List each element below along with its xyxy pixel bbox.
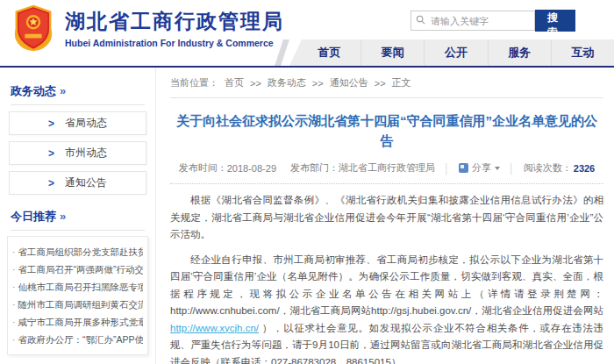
meta-dotted-divider <box>170 183 603 184</box>
breadcrumb-home[interactable]: 首页 <box>225 76 244 89</box>
breadcrumb: 当前位置： 首页 >> 政务动态 >> 通知公告 >> 正文 <box>170 76 603 98</box>
search-button[interactable]: 搜 索 <box>535 10 575 32</box>
breadcrumb-current: 正文 <box>392 76 411 89</box>
sidebar: 政务动态» > 省局动态 > 市州动态 > 通知公告 今日推荐» 省工商局组织部… <box>0 68 156 364</box>
sidebar-item-label: 通知公告 <box>65 175 107 190</box>
publish-time-label: 发布时间： <box>179 161 227 175</box>
list-item[interactable]: 省政府办公厅：“鄂汇办”APP使用... <box>12 331 143 348</box>
search-icon <box>416 15 425 25</box>
search-input-wrap <box>411 11 535 31</box>
header-divider <box>0 66 614 68</box>
nav-item-news[interactable]: 要闻 <box>361 39 425 66</box>
department-label: 发布部门： <box>290 161 339 175</box>
list-item[interactable]: 随州市工商局调研组到黄石交流消费... <box>12 296 143 313</box>
article-paragraph-1: 根据《湖北省合同监督条例》、《湖北省行政机关归集和披露企业信用信息试行办法》的相… <box>170 192 603 244</box>
more-arrows-icon: » <box>60 84 66 97</box>
main-content: 当前位置： 首页 >> 政务动态 >> 通知公告 >> 正文 关于向社会征求拟公… <box>156 68 614 364</box>
page: 湖北省工商行政管理局 Hubei Administration For Indu… <box>0 0 614 364</box>
body: 政务动态» > 省局动态 > 市州动态 > 通知公告 今日推荐» 省工商局组织部… <box>0 68 614 364</box>
search-bar: 搜 索 <box>411 10 575 32</box>
sidebar-item-province-news[interactable]: > 省局动态 <box>9 111 146 135</box>
nav-item-public[interactable]: 公开 <box>425 39 488 66</box>
sidebar-item-city-news[interactable]: > 市州动态 <box>9 141 146 165</box>
sidebar-section-news-title: 政务动态» <box>11 83 145 105</box>
article-paragraph-2: 经企业自行申报、市州工商局初审推荐、省工商局初步核定，拟公示以下企业为湖北省第十… <box>170 252 603 364</box>
site-title: 湖北省工商行政管理局 <box>65 8 284 35</box>
site-brand: 湖北省工商行政管理局 Hubei Administration For Indu… <box>11 4 284 53</box>
read-count-label: 阅读次数： <box>524 161 572 175</box>
caret-down-icon <box>495 167 500 170</box>
share-label: 分享 <box>472 161 491 175</box>
read-count-value: 2326 <box>574 163 595 174</box>
breadcrumb-label: 当前位置： <box>170 76 218 89</box>
chevron-right-icon: > <box>48 146 54 160</box>
nav-item-home[interactable]: 首页 <box>289 39 361 66</box>
meta-divider: │ <box>444 163 450 174</box>
share-icon <box>459 163 468 173</box>
site-subtitle: Hubei Administration For Industry & Comm… <box>65 38 284 48</box>
publish-time-value: 2018-08-29 <box>227 163 276 174</box>
sidebar-section-today-title: 今日推荐» <box>11 209 145 231</box>
sidebar-news-title-text: 政务动态 <box>11 84 56 97</box>
meta-divider: │ <box>509 163 515 174</box>
nav-item-interact[interactable]: 互动 <box>552 39 614 66</box>
main-nav: 首页 要闻 公开 服务 互动 <box>289 39 614 66</box>
xycjh-link[interactable]: http://www.xycjh.cn/ <box>170 323 259 333</box>
site-header: 湖北省工商行政管理局 Hubei Administration For Indu… <box>0 0 614 68</box>
list-item[interactable]: 咸宁市工商局开展多种形式党章党纪... <box>12 313 143 331</box>
breadcrumb-separator: >> <box>312 78 324 89</box>
breadcrumb-notices[interactable]: 通知公告 <box>330 76 368 89</box>
sidebar-item-label: 省局动态 <box>65 116 107 131</box>
breadcrumb-news[interactable]: 政务动态 <box>268 76 306 89</box>
chevron-right-icon: > <box>48 117 54 130</box>
nav-item-service[interactable]: 服务 <box>489 39 552 66</box>
breadcrumb-separator: >> <box>250 78 261 89</box>
share-button[interactable]: 分享 <box>459 161 500 175</box>
sidebar-item-label: 市州动态 <box>65 146 107 161</box>
sidebar-today-title-text: 今日推荐 <box>11 210 56 223</box>
search-input[interactable] <box>411 11 535 31</box>
department-value: 湖北省工商行政管理局 <box>339 161 435 175</box>
list-item[interactable]: 仙桃市工商局召开扫黑除恶专项斗争... <box>12 278 143 296</box>
today-recommend-list: 省工商局组织部分党支部赴扶贫驻点... 省工商局召开“两强两做”行动交流... … <box>7 236 148 355</box>
site-title-block: 湖北省工商行政管理局 Hubei Administration For Indu… <box>65 8 284 48</box>
article-meta: 发布时间： 2018-08-29 发布部门： 湖北省工商行政管理局 │ 分享 │… <box>170 161 603 175</box>
chevron-right-icon: > <box>48 176 54 189</box>
article-title: 关于向社会征求拟公示湖北省第十四届“守合同重信用”企业名单意见的公告 <box>174 111 600 151</box>
breadcrumb-separator: >> <box>375 78 386 89</box>
more-arrows-icon: » <box>60 210 66 223</box>
publish-time: 发布时间： 2018-08-29 <box>179 161 276 175</box>
paragraph-2-text: 经企业自行申报、市州工商局初审推荐、省工商局初步核定，拟公示以下企业为湖北省第十… <box>170 254 603 317</box>
sidebar-item-notices[interactable]: > 通知公告 <box>9 171 146 195</box>
publish-department: 发布部门： 湖北省工商行政管理局 <box>290 161 435 175</box>
saic-emblem-logo <box>11 4 56 53</box>
list-item[interactable]: 省工商局召开“两强两做”行动交流... <box>12 261 143 278</box>
read-count: 阅读次数： 2326 <box>524 161 595 175</box>
list-item[interactable]: 省工商局组织部分党支部赴扶贫驻点... <box>12 243 143 261</box>
